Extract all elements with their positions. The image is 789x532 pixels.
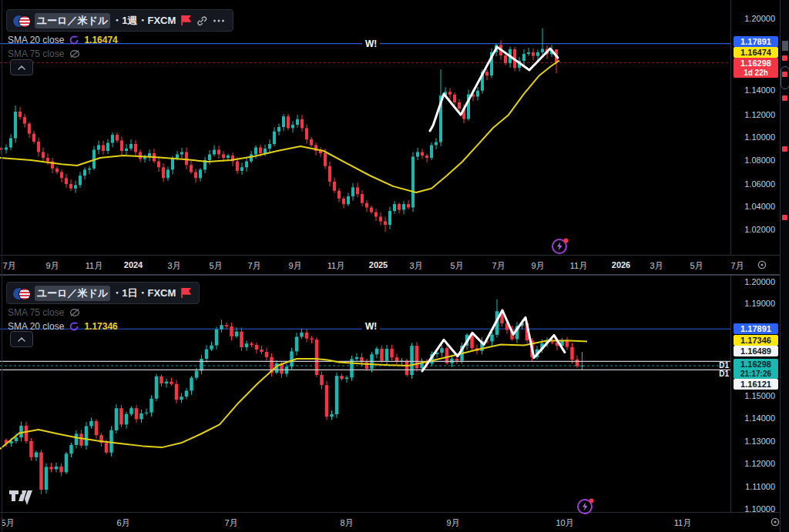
trend-zigzag-drawing[interactable]: [430, 47, 558, 131]
eye-off-icon[interactable]: [69, 307, 81, 318]
candle-body: [208, 155, 211, 161]
time-axis-tick: 9月: [446, 517, 459, 529]
candle-body: [129, 144, 133, 149]
candle-body: [102, 146, 105, 152]
alert-mark: [782, 146, 787, 152]
candle-body: [75, 433, 79, 445]
time-axis-tick: 9月: [45, 260, 59, 272]
symbol-name[interactable]: ユーロ／米ドル: [35, 286, 110, 301]
time-axis-tick: 9月: [531, 260, 544, 272]
time-axis-tick: 2026: [612, 260, 630, 269]
candle-body: [134, 144, 137, 152]
candle-body: [330, 414, 334, 417]
time-axis-tick: 6月: [116, 517, 129, 529]
candle-body: [215, 330, 219, 346]
sync-icon[interactable]: [69, 321, 79, 332]
candle-body: [125, 149, 128, 151]
time-axis-tick: 7月: [730, 260, 744, 272]
symbol-interval[interactable]: ・1日・FXCM: [112, 286, 176, 300]
candle-body: [155, 376, 159, 399]
candle-body: [384, 222, 387, 226]
symbol-interval[interactable]: ・1週・FXCM: [112, 14, 176, 28]
weekly-time-axis[interactable]: 7月9月11月20243月5月7月9月11月20253月5月7月9月11月202…: [0, 255, 780, 276]
candle-body: [340, 376, 344, 379]
candle-body: [176, 155, 179, 159]
candle-body: [295, 337, 299, 352]
price-axis-tick: 1.20000: [744, 14, 775, 23]
candle-body: [46, 158, 49, 162]
daily-sma75-legend[interactable]: SMA 75 close: [8, 306, 81, 319]
price-label-blue: 1.17891: [734, 36, 778, 47]
candle-body: [65, 178, 68, 184]
time-axis-tick: 11月: [570, 260, 587, 272]
candle-body: [411, 157, 415, 208]
daily-lightning-button[interactable]: [576, 496, 596, 516]
link-icon[interactable]: [196, 15, 207, 26]
candle-body: [430, 146, 433, 159]
red-flag-icon[interactable]: [181, 288, 191, 298]
lightning-icon: [550, 236, 570, 256]
sync-icon[interactable]: [69, 35, 79, 45]
pane-divider[interactable]: [0, 274, 789, 276]
weekly-collapse-button[interactable]: [10, 59, 33, 75]
price-axis-tick: 1.13000: [744, 437, 775, 446]
candle-body: [290, 351, 294, 366]
candle-body: [342, 199, 345, 204]
candle-body: [125, 414, 129, 425]
candle-body: [570, 347, 574, 360]
time-axis-tick: 5月: [209, 260, 222, 272]
daily-time-axis[interactable]: 5月6月7月8月9月10月11月: [0, 512, 780, 532]
candle-body: [69, 184, 72, 189]
strip-pill: [781, 66, 789, 89]
weekly-symbol-pill[interactable]: ユーロ／米ドル ・1週・FXCM: [6, 9, 233, 32]
candle-body: [250, 155, 253, 162]
weekly-lightning-button[interactable]: [550, 236, 570, 256]
weekly-sma75-legend[interactable]: SMA 75 close: [8, 48, 81, 60]
candle-body: [194, 172, 197, 179]
eye-off-icon[interactable]: [69, 49, 81, 59]
symbol-name[interactable]: ユーロ／米ドル: [35, 13, 110, 28]
candle-body: [222, 155, 225, 159]
candle-body: [240, 167, 243, 171]
candle-body: [106, 143, 109, 152]
candle-body: [324, 153, 327, 166]
candle-body: [240, 332, 243, 347]
time-axis-tick: 3月: [409, 260, 422, 272]
daily-symbol-pill[interactable]: ユーロ／米ドル ・1日・FXCM: [6, 282, 200, 304]
candle-body: [296, 119, 299, 125]
daily-price-axis[interactable]: 1.200001.190001.150001.140001.130001.120…: [730, 276, 781, 512]
candle-body: [205, 350, 209, 359]
price-label-yellow: 1.17346: [734, 335, 778, 346]
candle-body: [111, 135, 114, 142]
time-axis-settings-gear-icon[interactable]: [757, 259, 767, 270]
red-flag-icon[interactable]: [181, 15, 191, 25]
candle-body: [95, 421, 99, 435]
candle-body: [129, 408, 133, 414]
daily-collapse-button[interactable]: [10, 331, 33, 347]
candle-body: [185, 390, 189, 396]
weekly-alert-marker[interactable]: W!: [362, 38, 380, 49]
candle-body: [37, 142, 40, 152]
weekly-price-axis[interactable]: 1.200001.140001.120001.100001.080001.060…: [730, 0, 781, 255]
price-axis-tick: 1.12000: [744, 110, 775, 119]
candle-body: [14, 112, 17, 139]
indicator-label: SMA 75 close: [8, 49, 64, 59]
more-ellipsis-icon[interactable]: [213, 15, 225, 26]
sma20-line[interactable]: [0, 341, 587, 450]
candle-body: [310, 339, 314, 340]
candle-body: [325, 385, 329, 417]
candle-body: [199, 169, 202, 178]
chevron-up-icon: [18, 65, 25, 70]
candle-body: [171, 158, 174, 169]
price-axis-tick: 1.14000: [744, 85, 775, 95]
candle-body: [88, 169, 91, 170]
daily-chart-canvas[interactable]: [0, 276, 730, 512]
daily-alert-marker[interactable]: W!: [362, 321, 380, 332]
price-axis-tick: 1.02000: [744, 225, 775, 234]
weekly-sma20-legend[interactable]: SMA 20 close 1.16474: [8, 34, 118, 46]
candle-body: [405, 360, 409, 375]
tradingview-logo[interactable]: [9, 490, 32, 508]
time-axis-settings-gear-icon[interactable]: [770, 517, 781, 527]
drawing-label-d1: D1: [719, 361, 729, 370]
candle-body: [69, 445, 73, 453]
